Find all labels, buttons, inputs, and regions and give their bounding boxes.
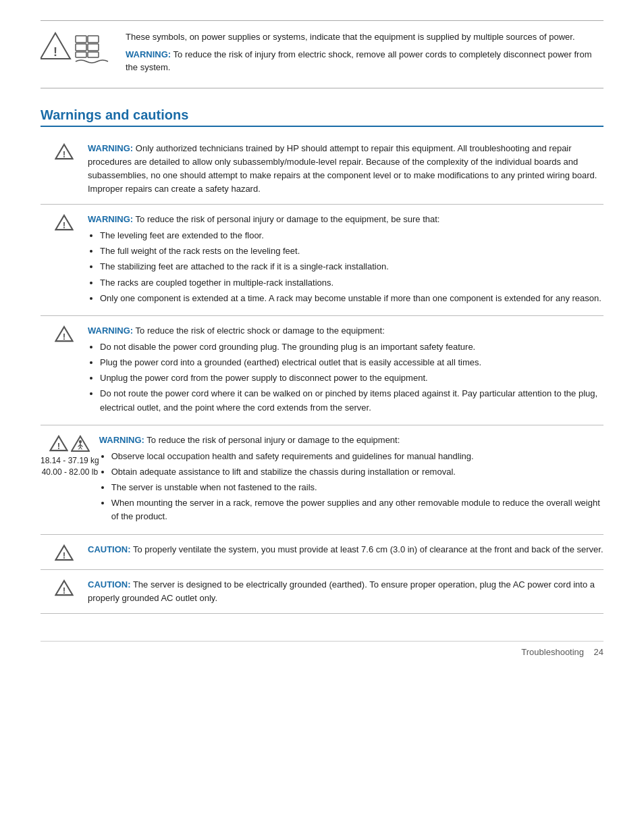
svg-text:!: !	[63, 585, 65, 596]
top-warning-label: WARNING:	[126, 49, 171, 59]
warning-text-5: The server is designed to be electricall…	[88, 579, 595, 603]
top-intro: These symbols, on power supplies or syst…	[126, 30, 603, 44]
section-heading: Warnings and cautions	[41, 107, 603, 127]
weight-values: 18.14 - 37.19 kg40.00 - 82.00 lb	[41, 455, 99, 478]
warning-label-1: WARNING:	[88, 214, 133, 224]
svg-point-26	[79, 440, 82, 443]
svg-line-30	[79, 447, 81, 450]
weight-icons: !	[49, 435, 90, 452]
bullet-item: When mounting the server in a rack, remo…	[111, 496, 603, 523]
bullet-item: The server is unstable when not fastened…	[111, 481, 603, 494]
bullet-item: Obtain adequate assistance to lift and s…	[111, 465, 603, 479]
warning-text-1: To reduce the risk of personal injury or…	[133, 214, 439, 224]
warning-content-3: WARNING: To reduce the risk of personal …	[99, 434, 603, 526]
person-warning-icon	[71, 435, 90, 452]
bullet-item: The full weight of the rack rests on the…	[100, 244, 603, 258]
warning-label-2: WARNING:	[88, 325, 133, 336]
icon-col-1: !	[41, 213, 88, 231]
bullet-item: Unplug the power cord from the power sup…	[100, 371, 603, 385]
bullet-item: Plug the power cord into a grounded (ear…	[100, 356, 603, 369]
warning-bullets: The leveling feet are extended to the fl…	[100, 229, 603, 305]
top-section: ! These symbols, on power supplies or sy…	[41, 20, 603, 88]
footer-page: 24	[594, 647, 603, 657]
top-description: These symbols, on power supplies or syst…	[126, 30, 603, 78]
warning-label-4: CAUTION:	[88, 544, 131, 554]
svg-text:!: !	[57, 441, 60, 451]
icon-col-0: !	[41, 142, 88, 160]
bullet-item: Do not disable the power cord grounding …	[100, 340, 603, 354]
bullet-item: Do not route the power cord where it can…	[100, 387, 603, 414]
warning-row-1: ! WARNING: To reduce the risk of persona…	[41, 205, 603, 316]
bullet-item: The racks are coupled together in multip…	[100, 276, 603, 290]
warning-text-2: To reduce the risk of electric shock or …	[133, 325, 385, 336]
warning-label-0: WARNING:	[88, 143, 133, 153]
svg-line-31	[80, 447, 82, 450]
svg-rect-15	[88, 44, 99, 51]
warning-triangle-icon: !	[55, 325, 74, 342]
warning-triangle-icon: !	[49, 435, 68, 452]
warning-bullets: Observe local occupation health and safe…	[111, 450, 603, 524]
svg-rect-11	[76, 36, 86, 43]
warning-triangle-icon: !	[55, 579, 74, 596]
icon-col-4: !	[41, 543, 88, 561]
warning-triangle-icon: !	[55, 214, 74, 231]
warning-bullets: Do not disable the power cord grounding …	[100, 340, 603, 415]
top-power-icons: !	[41, 30, 126, 71]
icon-col-2: !	[41, 324, 88, 342]
svg-text:!: !	[63, 149, 65, 159]
warning-text-0: Only authorized technicians trained by H…	[88, 143, 597, 194]
warning-content-2: WARNING: To reduce the risk of electric …	[88, 324, 603, 417]
warning-content-5: CAUTION: The server is designed to be el…	[88, 578, 603, 605]
warning-row-0: ! WARNING: Only authorized technicians t…	[41, 134, 603, 205]
footer: Troubleshooting 24	[41, 641, 603, 657]
footer-label: Troubleshooting	[521, 647, 584, 657]
warning-row-3: ! 18.14 - 37.19 kg40.00 - 82.00 lb WARNI…	[41, 425, 603, 535]
svg-rect-12	[76, 44, 86, 51]
svg-text:!: !	[63, 332, 65, 342]
power-symbols-icon: !	[41, 30, 115, 71]
warning-triangle-icon: !	[55, 544, 74, 561]
warning-row-4: ! CAUTION: To properly ventilate the sys…	[41, 535, 603, 570]
svg-text:!: !	[63, 220, 65, 230]
warning-text-4: To properly ventilate the system, you mu…	[131, 544, 603, 554]
bullet-item: The stabilizing feet are attached to the…	[100, 260, 603, 273]
warnings-container: ! WARNING: Only authorized technicians t…	[41, 134, 603, 614]
warning-label-5: CAUTION:	[88, 579, 131, 590]
warning-content-0: WARNING: Only authorized technicians tra…	[88, 142, 603, 197]
svg-rect-16	[88, 52, 99, 57]
svg-rect-14	[88, 36, 99, 43]
svg-text:!: !	[53, 45, 57, 59]
warning-triangle-icon: !	[55, 143, 74, 160]
weight-icon-col: ! 18.14 - 37.19 kg40.00 - 82.00 lb	[41, 434, 99, 478]
bullet-item: Observe local occupation health and safe…	[111, 450, 603, 463]
warning-content-1: WARNING: To reduce the risk of personal …	[88, 213, 603, 307]
top-warning-text: To reduce the risk of injury from electr…	[126, 49, 591, 73]
warning-text-3: To reduce the risk of personal injury or…	[144, 435, 400, 445]
warning-row-2: ! WARNING: To reduce the risk of electri…	[41, 316, 603, 425]
icon-col-5: !	[41, 578, 88, 596]
bullet-item: The leveling feet are extended to the fl…	[100, 229, 603, 242]
svg-text:!: !	[63, 550, 65, 561]
warning-label-3: WARNING:	[99, 435, 144, 445]
warning-content-4: CAUTION: To properly ventilate the syste…	[88, 543, 603, 556]
top-warning: WARNING: To reduce the risk of injury fr…	[126, 48, 603, 74]
bullet-item: Only one component is extended at a time…	[100, 292, 603, 305]
svg-rect-13	[76, 52, 86, 57]
warning-row-5: ! CAUTION: The server is designed to be …	[41, 570, 603, 614]
